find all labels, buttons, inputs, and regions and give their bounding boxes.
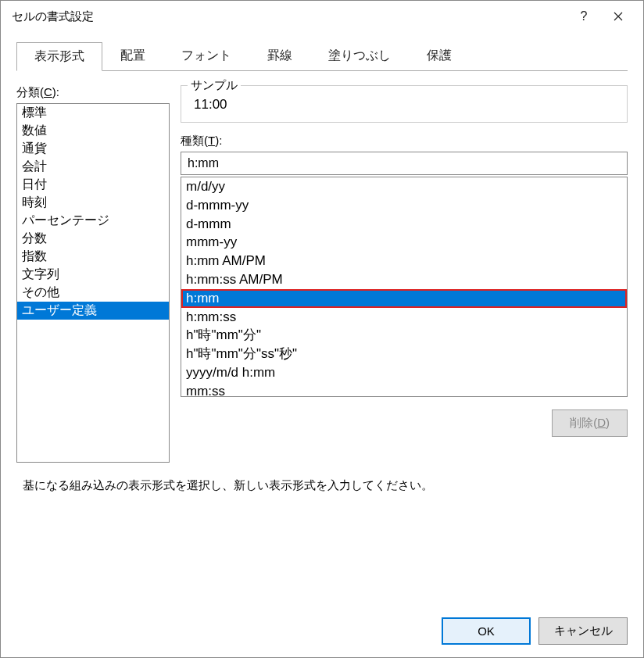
type-label: 種類(T): [181,134,628,148]
type-item[interactable]: yyyy/m/d h:mm [181,363,627,382]
category-item[interactable]: 会計 [17,158,169,176]
category-item[interactable]: 日付 [17,176,169,194]
category-item[interactable]: パーセンテージ [17,212,169,230]
type-item[interactable]: d-mmm [181,215,627,234]
category-item[interactable]: ユーザー定義 [17,302,169,320]
tab-0[interactable]: 表示形式 [16,42,102,71]
category-item[interactable]: その他 [17,284,169,302]
type-item[interactable]: h:mm:ss [181,308,627,327]
delete-button[interactable]: 削除(D) [552,409,628,437]
type-input[interactable] [181,152,628,175]
type-item[interactable]: mmm-yy [181,233,627,252]
category-item[interactable]: 指数 [17,248,169,266]
tab-1[interactable]: 配置 [102,41,163,70]
type-item[interactable]: m/d/yy [181,177,627,196]
hint-text: 基になる組み込みの表示形式を選択し、新しい表示形式を入力してください。 [1,478,643,493]
titlebar: セルの書式設定 ? [1,1,643,32]
tab-4[interactable]: 塗りつぶし [310,41,409,70]
category-item[interactable]: 通貨 [17,140,169,158]
category-label: 分類(C): [16,85,170,100]
type-item[interactable]: h:mm:ss AM/PM [181,270,627,289]
close-icon [614,12,623,21]
tab-5[interactable]: 保護 [409,41,470,70]
category-item[interactable]: 時刻 [17,194,169,212]
ok-button[interactable]: OK [442,617,531,645]
category-item[interactable]: 標準 [17,104,169,122]
category-item[interactable]: 数値 [17,122,169,140]
category-item[interactable]: 分数 [17,230,169,248]
dialog-footer: OK キャンセル [442,617,628,645]
category-item[interactable]: 文字列 [17,266,169,284]
tab-2[interactable]: フォント [163,41,249,70]
type-item[interactable]: h"時"mm"分" [181,326,627,345]
sample-label: サンプル [188,78,241,93]
tab-3[interactable]: 罫線 [249,41,310,70]
type-item[interactable]: mm:ss [181,382,627,397]
type-item[interactable]: d-mmm-yy [181,196,627,215]
category-listbox[interactable]: 標準数値通貨会計日付時刻パーセンテージ分数指数文字列その他ユーザー定義 [16,103,170,463]
type-item[interactable]: h:mm AM/PM [181,252,627,270]
sample-value: 11:00 [191,92,617,113]
cancel-button[interactable]: キャンセル [538,617,628,645]
sample-box: サンプル 11:00 [181,85,628,123]
format-cells-dialog: セルの書式設定 ? 表示形式配置フォント罫線塗りつぶし保護 分類(C): 標準数… [0,0,644,658]
type-listbox[interactable]: m/d/yyd-mmm-yyd-mmmmmm-yyh:mm AM/PMh:mm:… [181,177,628,397]
dialog-title: セルの書式設定 [12,9,567,24]
tab-bar: 表示形式配置フォント罫線塗りつぶし保護 [1,32,643,70]
close-button[interactable] [601,5,635,28]
help-button[interactable]: ? [567,5,601,28]
type-item[interactable]: h:mm [181,289,627,308]
type-item[interactable]: h"時"mm"分"ss"秒" [181,345,627,363]
